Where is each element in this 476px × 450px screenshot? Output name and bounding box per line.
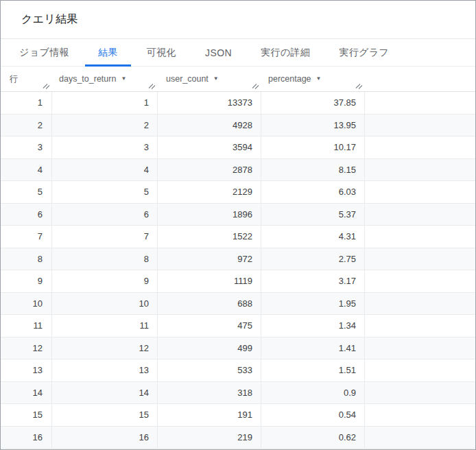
cell-user_count: 1119 <box>158 270 261 292</box>
table-body: 1 1 13373 37.85 2 2 4928 13.95 3 3 3594 … <box>1 92 475 449</box>
cell-filler <box>365 293 475 315</box>
cell-user_count: 318 <box>158 382 261 404</box>
column-header-filler <box>365 67 475 91</box>
tab-1[interactable]: 結果 <box>84 39 132 66</box>
cell-user_count: 191 <box>158 404 261 426</box>
column-resize-grip-icon[interactable] <box>355 82 363 89</box>
cell-filler <box>365 137 475 158</box>
table-header-row: 行 days_to_return ▼ user_count ▼ pe <box>1 67 475 92</box>
cell-filler <box>365 226 475 248</box>
cell-filler <box>365 181 475 203</box>
cell-row-number: 3 <box>1 137 52 158</box>
cell-days_to_return: 5 <box>52 181 158 203</box>
cell-user_count: 972 <box>158 248 261 270</box>
cell-user_count: 499 <box>158 338 261 359</box>
cell-row-number: 9 <box>1 270 52 292</box>
column-header-days_to_return[interactable]: days_to_return ▼ <box>52 67 158 91</box>
cell-user_count: 2878 <box>158 159 261 181</box>
table-row: 11 11 475 1.34 <box>1 315 475 338</box>
cell-days_to_return: 9 <box>52 270 158 292</box>
cell-percentage: 0.62 <box>261 427 365 449</box>
cell-days_to_return: 10 <box>52 293 158 315</box>
cell-percentage: 1.95 <box>261 293 365 315</box>
sort-dropdown-icon[interactable]: ▼ <box>316 76 322 82</box>
query-results-panel: クエリ結果 ジョブ情報 結果 可視化 JSON 実行の詳細 実行グラフ 行 da… <box>0 0 476 450</box>
cell-user_count: 475 <box>158 315 261 337</box>
table-row: 3 3 3594 10.17 <box>1 137 475 159</box>
table-row: 13 13 533 1.51 <box>1 359 475 382</box>
cell-row-number: 10 <box>1 293 52 315</box>
cell-row-number: 2 <box>1 115 52 137</box>
sort-dropdown-icon[interactable]: ▼ <box>121 76 126 82</box>
cell-row-number: 15 <box>1 404 52 426</box>
cell-row-number: 7 <box>1 226 52 248</box>
cell-percentage: 13.95 <box>261 115 365 137</box>
cell-days_to_return: 12 <box>52 338 158 359</box>
cell-percentage: 5.37 <box>261 204 365 226</box>
cell-user_count: 1522 <box>158 226 261 248</box>
cell-percentage: 3.17 <box>261 270 365 292</box>
tab-3[interactable]: JSON <box>191 39 246 66</box>
cell-days_to_return: 15 <box>52 404 158 426</box>
cell-row-number: 4 <box>1 159 52 181</box>
cell-row-number: 13 <box>1 359 52 381</box>
cell-user_count: 2129 <box>158 181 261 203</box>
table-row: 15 15 191 0.54 <box>1 404 475 427</box>
table-row: 10 10 688 1.95 <box>1 293 475 316</box>
cell-days_to_return: 16 <box>52 427 158 449</box>
tab-2[interactable]: 可視化 <box>132 39 191 66</box>
results-table: 行 days_to_return ▼ user_count ▼ pe <box>1 67 475 449</box>
table-row: 16 16 219 0.62 <box>1 427 475 449</box>
tab-0[interactable]: ジョブ情報 <box>5 39 84 66</box>
column-resize-grip-icon[interactable] <box>148 82 156 89</box>
cell-filler <box>365 270 475 292</box>
column-name: 行 <box>10 73 19 85</box>
cell-filler <box>365 359 475 381</box>
tab-5[interactable]: 実行グラフ <box>324 39 403 66</box>
cell-days_to_return: 2 <box>52 115 158 137</box>
cell-row-number: 6 <box>1 204 52 226</box>
cell-filler <box>365 159 475 181</box>
cell-days_to_return: 6 <box>52 204 158 226</box>
cell-days_to_return: 1 <box>52 92 158 114</box>
column-resize-grip-icon[interactable] <box>252 82 259 89</box>
sort-dropdown-icon[interactable]: ▼ <box>213 76 219 82</box>
cell-days_to_return: 4 <box>52 159 158 181</box>
cell-percentage: 0.9 <box>261 382 365 404</box>
cell-user_count: 533 <box>158 359 261 381</box>
column-name: days_to_return <box>59 74 116 84</box>
cell-percentage: 8.15 <box>261 159 365 181</box>
table-row: 7 7 1522 4.31 <box>1 226 475 248</box>
table-row: 6 6 1896 5.37 <box>1 204 475 226</box>
table-row: 8 8 972 2.75 <box>1 248 475 271</box>
cell-filler <box>365 404 475 426</box>
tab-bar: ジョブ情報 結果 可視化 JSON 実行の詳細 実行グラフ <box>1 39 475 67</box>
cell-filler <box>365 315 475 337</box>
cell-filler <box>365 427 475 449</box>
cell-user_count: 219 <box>158 427 261 449</box>
cell-row-number: 16 <box>1 427 52 449</box>
column-header-row-number: 行 <box>1 67 52 91</box>
tab-label: 実行グラフ <box>339 47 389 59</box>
table-row: 9 9 1119 3.17 <box>1 270 475 293</box>
column-resize-grip-icon[interactable] <box>43 82 50 89</box>
tab-label: 可視化 <box>147 47 176 59</box>
tab-4[interactable]: 実行の詳細 <box>246 39 324 66</box>
cell-user_count: 688 <box>158 293 261 315</box>
cell-user_count: 3594 <box>158 137 261 158</box>
cell-filler <box>365 248 475 270</box>
cell-percentage: 1.51 <box>261 359 365 381</box>
column-name: user_count <box>166 74 209 84</box>
column-header-percentage[interactable]: percentage ▼ <box>261 67 365 91</box>
column-header-user_count[interactable]: user_count ▼ <box>158 67 261 91</box>
cell-row-number: 11 <box>1 315 52 337</box>
cell-days_to_return: 14 <box>52 382 158 404</box>
page-title: クエリ結果 <box>21 12 78 27</box>
cell-user_count: 4928 <box>158 115 261 137</box>
table-row: 5 5 2129 6.03 <box>1 181 475 204</box>
table-row: 12 12 499 1.41 <box>1 338 475 360</box>
cell-row-number: 8 <box>1 248 52 270</box>
cell-user_count: 13373 <box>158 92 261 114</box>
cell-filler <box>365 338 475 359</box>
cell-percentage: 1.34 <box>261 315 365 337</box>
